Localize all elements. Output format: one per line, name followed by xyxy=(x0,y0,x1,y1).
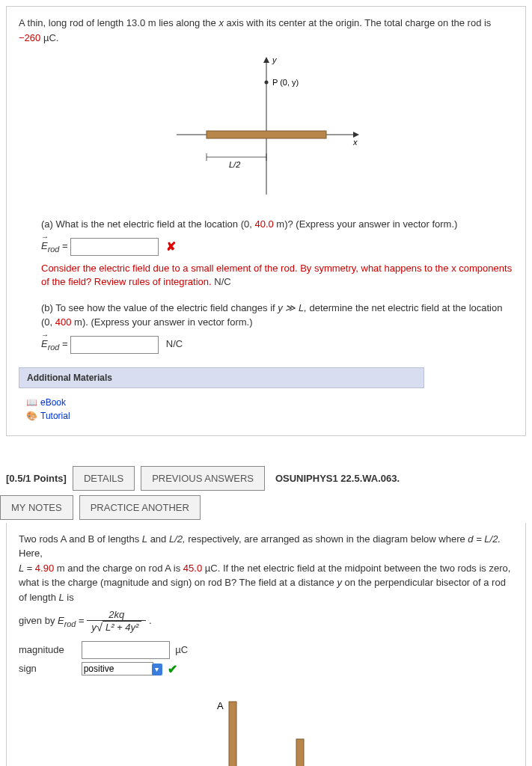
part-a-input[interactable] xyxy=(70,238,159,256)
q2-header-row2: MY NOTES PRACTICE ANOTHER xyxy=(6,495,526,520)
sign-select[interactable] xyxy=(82,662,153,675)
magnitude-label: magnitude xyxy=(19,644,79,655)
feedback-unit: N/C xyxy=(212,276,231,287)
magnitude-input[interactable] xyxy=(82,641,170,659)
svg-rect-9 xyxy=(229,702,236,766)
wrong-icon: ✘ xyxy=(166,240,176,253)
my-notes-button[interactable]: MY NOTES xyxy=(0,495,73,520)
materials-body: eBook Tutorial xyxy=(19,388,513,426)
unit-b: N/C xyxy=(166,338,183,349)
period: . xyxy=(149,615,152,626)
q1-part-a: (a) What is the net electric field at th… xyxy=(41,217,513,232)
erod-q2: Erod xyxy=(58,615,76,626)
q2-and: and xyxy=(147,533,169,545)
ebook-link[interactable]: eBook xyxy=(40,397,66,408)
svg-rect-5 xyxy=(207,131,326,138)
den-sqrt: L² + 4y² xyxy=(103,621,141,633)
feedback-text: Consider the electric field due to a sma… xyxy=(41,263,512,287)
y-axis-label: y xyxy=(272,55,278,64)
q2-header: [0.5/1 Points] DETAILS PREVIOUS ANSWERS … xyxy=(6,466,526,491)
q2-text: Two rods A and B of lengths L and L/2, r… xyxy=(19,532,513,605)
q1-charge: −260 xyxy=(19,32,40,43)
question-1: A thin, long rod of length 13.0 m lies a… xyxy=(6,6,526,436)
svg-point-4 xyxy=(264,81,268,85)
part-b-cond: y ≫ L, xyxy=(278,302,307,313)
additional-materials-header: Additional Materials xyxy=(19,367,424,388)
correct-icon: ✔ xyxy=(168,663,177,675)
q2-post: is xyxy=(64,592,74,603)
q1-intro: A thin, long rod of length 13.0 m lies a… xyxy=(19,16,513,45)
fraction: 2kq y√L² + 4y² xyxy=(87,609,146,634)
part-b-answer-row: →Erod = N/C xyxy=(41,336,513,354)
erod-sub: rod xyxy=(48,245,60,254)
rod-xy-diagram: y x P (0, y) L/2 xyxy=(162,52,371,202)
details-button[interactable]: DETAILS xyxy=(73,466,135,491)
q2-formula-row: given by Erod = 2kq y√L² + 4y² . xyxy=(19,609,513,634)
rod-a-label: A xyxy=(217,700,224,711)
two-rods-diagram: A B P d xyxy=(177,687,356,766)
sign-label: sign xyxy=(19,663,79,674)
q2-mid2: Here, xyxy=(19,548,43,559)
erod-e-b: E xyxy=(41,338,48,349)
q2-points: [0.5/1 Points] xyxy=(6,473,67,484)
q2-pre: Two rods A and B of lengths xyxy=(19,533,142,545)
frac-den: y√L² + 4y² xyxy=(87,621,146,634)
equals-a: = xyxy=(62,240,70,251)
frac-num: 2kq xyxy=(87,609,146,621)
part-b-post: m). (Express your answer in vector form.… xyxy=(72,316,253,328)
tutorial-icon xyxy=(26,410,40,421)
q1-charge-unit: µC. xyxy=(40,32,58,43)
sign-row: sign ▾ ✔ xyxy=(19,662,513,676)
q2-qa-val: 45.0 xyxy=(183,563,202,574)
q2-diagram: A B P d xyxy=(19,679,513,766)
previous-answers-button[interactable]: PREVIOUS ANSWERS xyxy=(141,466,265,491)
erod-sub-q2: rod xyxy=(64,619,76,628)
q2-Lhalf: L/2, xyxy=(169,533,186,545)
magnitude-row: magnitude µC xyxy=(19,641,513,659)
part-a-post: m)? (Express your answer in vector form.… xyxy=(274,218,458,230)
svg-marker-3 xyxy=(353,132,359,138)
q2-L: L xyxy=(142,533,147,545)
q2-mid1: respectively, are arranged as shown in t… xyxy=(186,533,468,545)
part-a-answer-row: →Erod = ✘ xyxy=(41,238,513,256)
part-b-pre: (b) To see how the value of the electric… xyxy=(41,302,278,313)
part-b-input[interactable] xyxy=(70,336,159,354)
erod-e-q2: E xyxy=(58,615,64,626)
equals-b: = xyxy=(62,338,70,349)
lhalf-label: L/2 xyxy=(229,160,240,169)
magnitude-unit: µC xyxy=(175,644,188,655)
point-p-label: P (0, y) xyxy=(272,78,299,87)
part-b-val: 400 xyxy=(55,316,72,328)
q2-deq: d = L/2. xyxy=(468,533,501,545)
svg-rect-10 xyxy=(296,739,304,766)
practice-another-button[interactable]: PRACTICE ANOTHER xyxy=(79,495,201,520)
intro-text: A thin, long rod of length 13.0 m lies a… xyxy=(19,17,218,28)
dropdown-icon[interactable]: ▾ xyxy=(152,664,162,675)
q2-Leq-post: m and the charge on rod A is xyxy=(54,563,183,574)
q1-part-b: (b) To see how the value of the electric… xyxy=(41,301,513,330)
part-a-pre: (a) What is the net electric field at th… xyxy=(41,218,254,230)
intro-mid: axis with its center at the origin. The … xyxy=(224,17,491,28)
erod-label-a: →Erod xyxy=(41,240,62,251)
q2-ref: OSUNIPHYS1 22.5.WA.063. xyxy=(275,473,400,484)
tutorial-link[interactable]: Tutorial xyxy=(40,411,70,421)
q1-diagram: y x P (0, y) L/2 xyxy=(19,45,513,217)
erod-label-b: →Erod xyxy=(41,338,62,349)
part-a-feedback: Consider the electric field due to a sma… xyxy=(41,262,513,289)
sqrt-icon: √ xyxy=(97,621,103,634)
q2-L2: L xyxy=(59,592,64,603)
q2-L-val: 4.90 xyxy=(35,563,54,574)
svg-marker-1 xyxy=(263,57,269,63)
erod-e: E xyxy=(41,240,48,251)
question-2: Two rods A and B of lengths L and L/2, r… xyxy=(6,523,526,766)
q2-Leq-pre: L = xyxy=(19,563,35,574)
x-axis-label: x xyxy=(352,138,358,147)
eq-sign: = xyxy=(79,615,87,626)
erod-sub-b: rod xyxy=(48,343,60,352)
given-by: given by xyxy=(19,615,58,626)
part-a-val: 40.0 xyxy=(254,218,273,230)
book-icon xyxy=(26,396,40,408)
